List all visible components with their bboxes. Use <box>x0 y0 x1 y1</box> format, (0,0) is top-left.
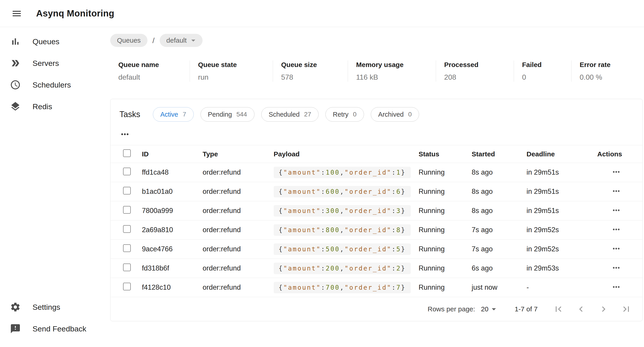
row-checkbox[interactable] <box>123 187 131 194</box>
menu-button[interactable] <box>10 7 24 20</box>
cell-task-started: 8s ago <box>472 201 526 220</box>
stat-error-rate: Error rate0.00 % <box>571 60 643 82</box>
more-horiz-icon <box>611 282 621 292</box>
row-actions-button[interactable] <box>610 243 622 255</box>
cell-task-id: 7800a999 <box>142 201 202 220</box>
sidebar-item-schedulers[interactable]: Schedulers <box>0 74 108 96</box>
more-horiz-icon <box>611 225 621 234</box>
sidebar-item-redis[interactable]: Redis <box>0 96 108 117</box>
breadcrumb: Queues/default <box>110 34 643 47</box>
column-header-status: Status <box>419 145 472 163</box>
cell-task-payload: {"amount":300,"order_id":3} <box>274 205 411 217</box>
row-checkbox[interactable] <box>123 264 131 271</box>
row-checkbox[interactable] <box>123 206 131 214</box>
sidebar-item-settings[interactable]: Settings <box>0 296 108 318</box>
app-title: Asynq Monitoring <box>36 8 114 18</box>
stat-memory-usage: Memory usage116 kB <box>348 60 436 82</box>
column-header-payload: Payload <box>274 145 419 163</box>
cell-task-deadline: in 29m52s <box>526 220 597 240</box>
cell-task-payload: {"amount":200,"order_id":2} <box>274 263 411 274</box>
table-row: ffd1ca48order:refund{"amount":100,"order… <box>110 163 642 182</box>
row-actions-button[interactable] <box>610 204 622 216</box>
cell-task-id: fd318b6f <box>142 259 202 278</box>
column-header-actions: Actions <box>597 145 642 163</box>
cell-task-started: 8s ago <box>472 182 526 201</box>
more-horiz-icon <box>611 244 621 254</box>
sidebar-item-label: Send Feedback <box>32 325 86 333</box>
row-actions-button[interactable] <box>610 262 622 274</box>
stat-label: Failed <box>522 61 568 69</box>
sidebar: QueuesServersSchedulersRedis SettingsSen… <box>0 27 108 347</box>
last-page-icon <box>621 304 632 315</box>
row-actions-button[interactable] <box>610 281 622 293</box>
breadcrumb-default[interactable]: default <box>160 34 202 47</box>
stat-value: 116 kB <box>356 73 432 81</box>
stat-queue-name: Queue namedefault <box>110 60 190 82</box>
cell-task-started: 7s ago <box>472 240 526 259</box>
sidebar-footer-nav: SettingsSend Feedback <box>0 296 108 340</box>
cell-task-status: Running <box>419 182 472 201</box>
breadcrumb-label: Queues <box>117 36 141 44</box>
layers-icon <box>10 101 21 112</box>
tab-count: 544 <box>236 111 247 118</box>
cell-task-id: ffd1ca48 <box>142 163 202 182</box>
last-page-button[interactable] <box>618 301 634 317</box>
stat-label: Memory usage <box>356 61 432 69</box>
sidebar-item-label: Queues <box>32 37 60 46</box>
table-row: b1ac01a0order:refund{"amount":600,"order… <box>110 182 642 201</box>
tab-scheduled[interactable]: Scheduled27 <box>261 107 318 122</box>
cell-task-type: order:refund <box>202 240 274 259</box>
cell-task-type: order:refund <box>202 182 274 201</box>
breadcrumb-queues[interactable]: Queues <box>110 34 148 47</box>
cell-task-type: order:refund <box>202 220 274 240</box>
cell-task-status: Running <box>419 220 472 240</box>
breadcrumb-label: default <box>166 36 187 44</box>
rows-per-page-select[interactable]: 20 <box>481 304 499 314</box>
row-actions-button[interactable] <box>610 185 622 197</box>
next-page-button[interactable] <box>596 301 612 317</box>
sidebar-item-send-feedback[interactable]: Send Feedback <box>0 318 108 340</box>
cell-task-type: order:refund <box>202 201 274 220</box>
tab-active[interactable]: Active7 <box>153 107 194 122</box>
table-row: f4128c10order:refund{"amount":700,"order… <box>110 278 642 297</box>
row-actions-button[interactable] <box>610 224 622 235</box>
breadcrumb-separator: / <box>152 36 154 45</box>
row-actions-button[interactable] <box>610 166 622 178</box>
row-checkbox[interactable] <box>123 168 131 175</box>
sidebar-item-servers[interactable]: Servers <box>0 52 108 74</box>
sidebar-item-label: Servers <box>32 59 59 68</box>
more-horiz-icon <box>611 263 621 273</box>
cell-task-deadline: in 29m53s <box>526 259 597 278</box>
tasks-heading: Tasks <box>120 110 140 119</box>
column-header-id: ID <box>142 145 202 163</box>
cell-task-type: order:refund <box>202 278 274 297</box>
table-pagination: Rows per page: 20 1-7 of 7 <box>110 297 642 321</box>
tab-count: 0 <box>353 111 356 118</box>
sidebar-item-queues[interactable]: Queues <box>0 31 108 52</box>
menu-icon <box>11 8 22 19</box>
tab-archived[interactable]: Archived0 <box>371 107 419 122</box>
tasks-card-header: Tasks Active7Pending544Scheduled27Retry0… <box>110 104 642 122</box>
stat-value: 578 <box>281 73 344 81</box>
tab-pending[interactable]: Pending544 <box>200 107 254 122</box>
tab-count: 7 <box>183 111 186 118</box>
cell-task-payload: {"amount":800,"order_id":8} <box>274 224 411 236</box>
first-page-button[interactable] <box>550 301 566 317</box>
column-header-started: Started <box>472 145 526 163</box>
previous-page-button[interactable] <box>573 301 589 317</box>
tab-retry[interactable]: Retry0 <box>326 107 364 122</box>
tab-count: 0 <box>408 111 412 118</box>
feedback-icon <box>10 323 21 334</box>
select-all-checkbox[interactable] <box>123 149 131 157</box>
bulk-actions-menu-button[interactable] <box>118 127 132 141</box>
table-header-row: IDTypePayloadStatusStartedDeadlineAction… <box>110 145 642 163</box>
cell-task-deadline: in 29m51s <box>526 163 597 182</box>
row-checkbox[interactable] <box>123 283 131 290</box>
row-checkbox[interactable] <box>123 244 131 252</box>
cell-task-status: Running <box>419 163 472 182</box>
cell-task-started: just now <box>472 278 526 297</box>
cell-task-status: Running <box>419 259 472 278</box>
stat-value: 0.00 % <box>580 73 639 81</box>
stat-value: 208 <box>444 73 510 81</box>
row-checkbox[interactable] <box>123 225 131 233</box>
